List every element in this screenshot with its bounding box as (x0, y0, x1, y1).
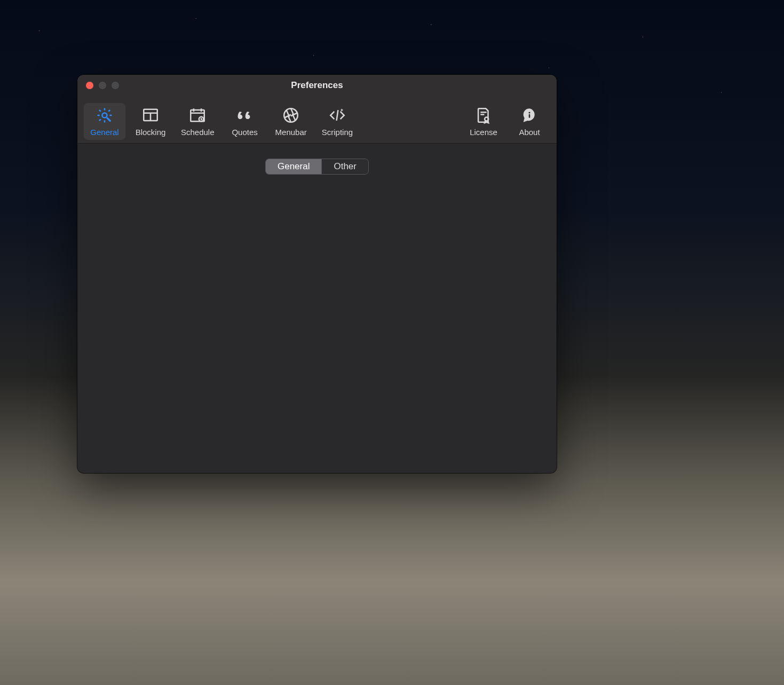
calendar-icon (188, 106, 207, 124)
settings-panel: Hardcore mode: Lock preferences during t… (92, 167, 542, 436)
row-hardcore: Hardcore mode: Lock preferences during t… (116, 197, 518, 237)
aperture-icon (282, 106, 300, 124)
row-break: Break mode: Up to minutes of break every… (116, 256, 518, 297)
window-controls (86, 82, 119, 89)
tab-label: Scripting (322, 128, 353, 137)
hardcore-description: Lock down preferences while timers and s… (269, 214, 518, 237)
quotes-icon (236, 106, 254, 124)
tab-license[interactable]: License (463, 103, 504, 140)
tab-scripting[interactable]: Scripting (316, 103, 358, 140)
svg-rect-2 (191, 110, 205, 121)
svg-point-5 (485, 117, 488, 121)
titlebar: Preferences (77, 75, 557, 96)
password-description: Lock this preference panel with a passwo… (269, 393, 518, 416)
tab-label: About (519, 128, 540, 137)
code-icon (328, 106, 346, 124)
password-label: Password mode: (116, 376, 243, 387)
tab-blocking[interactable]: Blocking (130, 103, 171, 140)
pomodoro-label: Pomodoro mode: (116, 317, 243, 328)
segmented-control: General Other (265, 159, 369, 175)
svg-point-6 (528, 112, 530, 113)
break-hours-input[interactable] (419, 256, 446, 270)
segment-other[interactable]: Other (321, 159, 368, 174)
gear-icon (96, 106, 114, 124)
close-icon[interactable] (86, 82, 93, 89)
tab-label: Blocking (136, 128, 166, 137)
svg-point-0 (102, 113, 107, 117)
preferences-window: Preferences General Blocking Schedule (77, 75, 557, 473)
tab-about[interactable]: About (509, 103, 550, 140)
break-checkbox[interactable] (249, 257, 259, 267)
break-minutes-input[interactable] (294, 256, 321, 270)
tab-label: General (90, 128, 118, 137)
tab-general[interactable]: General (84, 103, 125, 140)
segment-general[interactable]: General (266, 159, 321, 174)
break-label: Break mode: (116, 256, 243, 267)
minimize-icon[interactable] (99, 82, 106, 89)
tab-label: License (470, 128, 497, 137)
tab-label: Schedule (181, 128, 215, 137)
tab-schedule[interactable]: Schedule (176, 103, 220, 140)
tab-menubar[interactable]: Menubar (270, 103, 312, 140)
password-title: Lock preferences with a password (269, 376, 406, 389)
window-title: Preferences (291, 80, 343, 91)
row-pomodoro: Pomodoro mode: Automatically loop betwee… (116, 317, 518, 357)
window-icon (141, 106, 160, 124)
hardcore-title: Lock preferences during timed sessions (269, 197, 429, 210)
hardcore-label: Hardcore mode: (116, 197, 243, 208)
tab-quotes[interactable]: Quotes (224, 103, 266, 140)
password-checkbox[interactable] (249, 377, 259, 387)
about-icon (520, 106, 538, 124)
row-password: Password mode: Lock preferences with a p… (116, 376, 518, 416)
break-text-pre: Up to (269, 257, 291, 270)
pomodoro-checkbox[interactable] (249, 318, 259, 328)
pomodoro-title: Automatically loop between timers and br… (269, 317, 454, 329)
pomodoro-description: After a timer, automatically start a bre… (269, 334, 518, 357)
tab-label: Menubar (275, 128, 307, 137)
hardcore-checkbox[interactable] (249, 198, 259, 208)
license-icon (474, 106, 493, 124)
break-description: Take a break during a session. Unused ti… (269, 274, 518, 297)
toolbar: General Blocking Schedule Quotes Me (77, 96, 557, 144)
svg-rect-7 (529, 114, 530, 118)
break-text-post: hours. (449, 257, 474, 270)
zoom-icon[interactable] (112, 82, 119, 89)
tab-label: Quotes (232, 128, 257, 137)
content: General Other Hardcore mode: Lock prefer… (77, 144, 557, 451)
break-text-mid: minutes of break every (324, 257, 416, 270)
